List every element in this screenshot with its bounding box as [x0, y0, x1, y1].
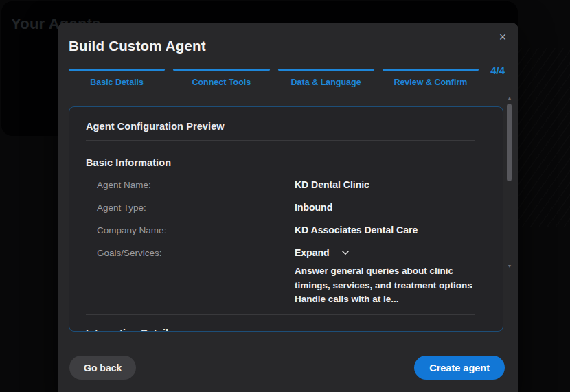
agent-name-label: Agent Name: [97, 180, 295, 190]
step-label: Basic Details [69, 78, 165, 87]
goals-expand-label: Expand [295, 247, 330, 258]
go-back-button[interactable]: Go back [69, 356, 136, 380]
company-name-value: KD Associates Dental Care [295, 224, 475, 235]
goals-description-text: Answer general queries about clinic timi… [295, 264, 475, 307]
goals-services-label: Goals/Services: [97, 248, 295, 258]
tab-connect-tools[interactable]: Connect Tools [173, 69, 269, 87]
divider [86, 314, 475, 315]
divider [86, 140, 475, 141]
build-custom-agent-modal: Build Custom Agent × Basic Details Conne… [58, 23, 518, 392]
agent-name-row: Agent Name: KD Dental Clinic [97, 179, 475, 190]
agent-configuration-preview-panel: Agent Configuration Preview Basic Inform… [69, 106, 503, 332]
step-label: Connect Tools [173, 78, 269, 87]
create-agent-button[interactable]: Create agent [414, 356, 505, 380]
step-progress-bar [278, 69, 374, 71]
chevron-down-icon[interactable] [341, 248, 350, 257]
company-name-row: Company Name: KD Associates Dental Care [97, 224, 475, 235]
scroll-up-icon[interactable]: ▲ [506, 95, 513, 101]
step-label: Data & Language [278, 78, 374, 87]
company-name-label: Company Name: [97, 225, 295, 235]
agent-type-value: Inbound [295, 202, 475, 213]
step-progress-bar [69, 69, 165, 71]
step-counter: 4/4 [490, 65, 505, 76]
agent-type-row: Agent Type: Inbound [97, 202, 475, 213]
step-label: Review & Confirm [383, 78, 479, 87]
scroll-down-icon[interactable]: ▼ [506, 264, 513, 269]
tab-review-confirm[interactable]: Review & Confirm [383, 69, 479, 87]
modal-title: Build Custom Agent [69, 38, 206, 54]
panel-scrollbar[interactable]: ▲ ▼ [506, 95, 513, 269]
close-icon[interactable]: × [494, 28, 512, 46]
step-progress-bar [173, 69, 269, 71]
step-progress-bar [383, 69, 479, 71]
basic-information-rows: Agent Name: KD Dental Clinic Agent Type:… [86, 179, 475, 307]
scrollbar-thumb[interactable] [507, 104, 512, 181]
tab-data-language[interactable]: Data & Language [278, 69, 374, 87]
step-wizard: Basic Details Connect Tools Data & Langu… [69, 69, 479, 87]
agent-type-label: Agent Type: [97, 203, 295, 213]
preview-heading: Agent Configuration Preview [86, 121, 475, 132]
integration-details-heading: Integration Details [86, 327, 475, 332]
goals-expand-toggle[interactable]: Expand [295, 247, 475, 258]
tab-basic-details[interactable]: Basic Details [69, 69, 165, 87]
agent-name-value: KD Dental Clinic [295, 179, 475, 190]
basic-information-heading: Basic Information [86, 157, 475, 168]
goals-services-row: Goals/Services: Expand [97, 247, 475, 258]
